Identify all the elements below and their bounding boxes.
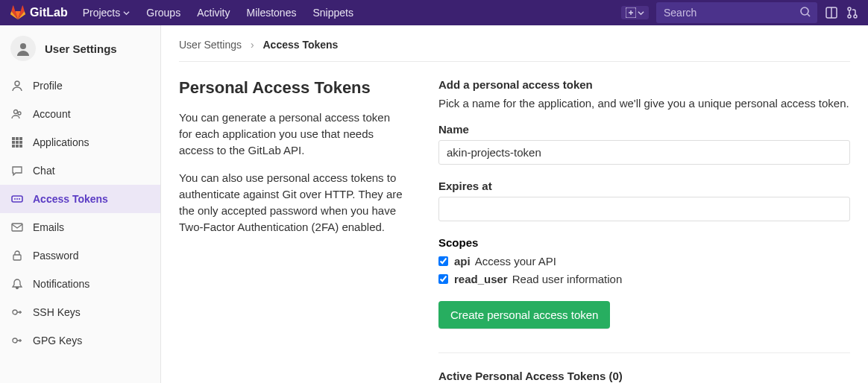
divider <box>438 352 850 353</box>
merge-requests-icon[interactable] <box>846 6 859 19</box>
sidebar: User Settings Profile Account Applicatio… <box>0 25 161 383</box>
sidebar-item-label: SSH Keys <box>33 306 81 318</box>
chat-icon <box>10 165 24 177</box>
sidebar-item-label: Password <box>33 250 78 262</box>
nav-right <box>621 2 859 23</box>
scope-api-checkbox[interactable] <box>438 256 448 266</box>
issues-icon[interactable] <box>825 6 838 19</box>
nav-links: Projects Groups Activity Milestones Snip… <box>83 7 353 19</box>
sidebar-header: User Settings <box>0 25 160 72</box>
key-icon <box>10 335 24 346</box>
apps-icon <box>10 136 24 148</box>
svg-point-24 <box>19 198 20 200</box>
expires-label: Expires at <box>438 180 850 192</box>
svg-rect-17 <box>19 141 22 144</box>
sidebar-item-access-tokens[interactable]: Access Tokens <box>0 185 160 213</box>
svg-rect-20 <box>19 145 22 148</box>
bell-icon <box>10 278 24 290</box>
nav-groups[interactable]: Groups <box>146 7 180 19</box>
sidebar-item-chat[interactable]: Chat <box>0 156 160 185</box>
main-content: User Settings › Access Tokens Personal A… <box>161 25 868 383</box>
brand[interactable]: GitLab <box>10 5 68 20</box>
key-icon <box>10 306 24 318</box>
breadcrumb: User Settings › Access Tokens <box>179 25 850 62</box>
account-icon <box>10 108 24 120</box>
lock-icon <box>10 250 24 262</box>
svg-point-23 <box>16 198 18 200</box>
svg-rect-19 <box>16 145 19 148</box>
avatar <box>10 36 36 61</box>
intro-paragraph-2: You can also use personal access tokens … <box>179 170 403 235</box>
gitlab-logo-icon <box>10 5 25 20</box>
sidebar-item-label: GPG Keys <box>33 335 82 346</box>
svg-point-1 <box>801 7 808 15</box>
sidebar-item-notifications[interactable]: Notifications <box>0 270 160 298</box>
svg-point-5 <box>848 7 851 10</box>
scope-key: api <box>454 255 471 268</box>
svg-rect-25 <box>12 224 22 231</box>
sidebar-item-emails[interactable]: Emails <box>0 213 160 241</box>
scope-row-api: api Access your API <box>438 255 850 268</box>
svg-rect-26 <box>13 255 21 260</box>
scope-desc: Access your API <box>475 255 556 268</box>
svg-line-2 <box>808 14 810 16</box>
sidebar-item-label: Applications <box>33 136 89 148</box>
chevron-right-icon: › <box>251 39 254 51</box>
svg-point-6 <box>848 15 851 18</box>
breadcrumb-current: Access Tokens <box>263 39 339 51</box>
sidebar-item-label: Account <box>33 108 71 120</box>
sidebar-item-label: Notifications <box>33 278 89 290</box>
new-dropdown[interactable] <box>621 6 649 19</box>
nav-snippets[interactable]: Snippets <box>312 7 353 19</box>
svg-rect-18 <box>12 145 15 148</box>
form-subheading: Pick a name for the application, and we'… <box>438 97 850 110</box>
sidebar-item-label: Chat <box>33 165 55 177</box>
nav-milestones[interactable]: Milestones <box>247 7 297 19</box>
svg-rect-13 <box>16 137 19 140</box>
page-title: Personal Access Tokens <box>179 78 403 98</box>
svg-rect-12 <box>12 137 15 140</box>
svg-rect-16 <box>16 141 19 144</box>
scopes-label: Scopes <box>438 236 850 249</box>
form-heading: Add a personal access token <box>438 78 850 91</box>
svg-point-9 <box>15 81 19 86</box>
scope-key: read_user <box>454 273 508 285</box>
token-icon <box>10 193 24 205</box>
scope-read-user-checkbox[interactable] <box>438 274 448 284</box>
svg-point-27 <box>13 310 17 314</box>
sidebar-title: User Settings <box>45 42 117 55</box>
svg-rect-15 <box>12 141 15 144</box>
brand-label: GitLab <box>30 6 68 19</box>
expires-input[interactable] <box>438 197 850 221</box>
sidebar-item-gpg-keys[interactable]: GPG Keys <box>0 326 160 355</box>
plus-icon <box>626 7 636 18</box>
sidebar-item-ssh-keys[interactable]: SSH Keys <box>0 298 160 326</box>
sidebar-item-applications[interactable]: Applications <box>0 128 160 156</box>
sidebar-item-label: Access Tokens <box>33 193 108 205</box>
active-tokens-heading: Active Personal Access Tokens (0) <box>438 370 850 382</box>
search-box <box>656 2 817 23</box>
svg-rect-14 <box>19 137 22 140</box>
email-icon <box>10 221 24 233</box>
profile-icon <box>10 80 24 92</box>
sidebar-item-profile[interactable]: Profile <box>0 72 160 100</box>
chevron-down-icon <box>123 10 130 16</box>
top-nav: GitLab Projects Groups Activity Mileston… <box>0 0 868 25</box>
scope-row-read-user: read_user Read user information <box>438 273 850 285</box>
sidebar-item-password[interactable]: Password <box>0 241 160 270</box>
search-icon[interactable] <box>799 6 811 18</box>
svg-point-11 <box>18 112 21 115</box>
sidebar-item-label: Profile <box>33 80 63 92</box>
svg-point-28 <box>13 338 17 343</box>
search-input[interactable] <box>656 2 817 23</box>
breadcrumb-parent[interactable]: User Settings <box>179 39 242 51</box>
name-input[interactable] <box>438 140 850 165</box>
intro-paragraph-1: You can generate a personal access token… <box>179 110 403 158</box>
sidebar-item-account[interactable]: Account <box>0 100 160 128</box>
svg-point-22 <box>14 198 16 200</box>
nav-activity[interactable]: Activity <box>197 7 230 19</box>
create-token-button[interactable]: Create personal access token <box>438 301 610 329</box>
nav-projects[interactable]: Projects <box>83 7 130 19</box>
form-pane: Add a personal access token Pick a name … <box>438 78 850 383</box>
svg-point-10 <box>14 110 18 114</box>
